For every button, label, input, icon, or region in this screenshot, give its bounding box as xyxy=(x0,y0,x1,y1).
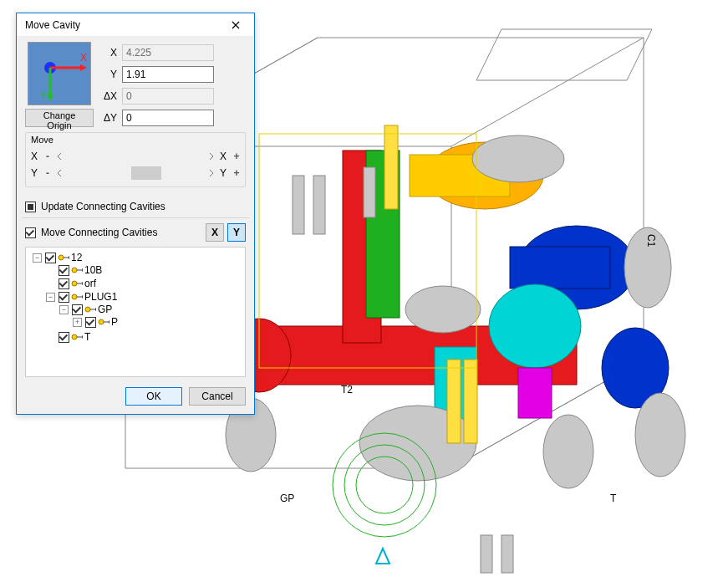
svg-point-16 xyxy=(489,284,581,368)
dy-label: ΔY xyxy=(102,112,122,124)
y-slider-track[interactable] xyxy=(68,166,203,180)
separator xyxy=(22,217,249,218)
tree-checkbox[interactable] xyxy=(59,292,69,303)
svg-marker-47 xyxy=(69,256,69,259)
svg-rect-18 xyxy=(518,368,552,418)
close-icon xyxy=(232,21,240,29)
x-decrement-button[interactable] xyxy=(54,151,64,162)
cavity-tree[interactable]: − 12 10B xyxy=(25,247,246,377)
tree-node-label: 12 xyxy=(71,252,82,263)
x-slider-label-r: X xyxy=(220,151,230,162)
axis-gizmo[interactable]: X Y xyxy=(28,42,91,105)
chevron-right-icon xyxy=(208,169,215,177)
tree-node-label: orf xyxy=(84,278,96,289)
cavity-icon xyxy=(71,333,83,341)
svg-marker-38 xyxy=(376,549,389,564)
dialog-title: Move Cavity xyxy=(25,19,80,31)
svg-rect-14 xyxy=(510,247,610,288)
svg-point-52 xyxy=(72,294,77,299)
move-connecting-checkbox[interactable] xyxy=(25,227,36,238)
svg-marker-59 xyxy=(82,335,83,339)
svg-point-46 xyxy=(59,255,64,260)
tree-checkbox[interactable] xyxy=(72,304,83,315)
svg-point-56 xyxy=(99,319,104,324)
move-group: Move X - X + Y - Y + xyxy=(25,132,246,187)
tree-expander[interactable]: − xyxy=(33,253,42,263)
svg-marker-51 xyxy=(82,282,83,285)
y-minus: - xyxy=(44,167,51,179)
svg-rect-29 xyxy=(384,125,398,209)
y-increment-button[interactable] xyxy=(206,167,216,179)
move-cavity-dialog: Move Cavity X Y Change Orig xyxy=(16,13,255,415)
tree-node-label: 10B xyxy=(84,264,102,276)
svg-point-20 xyxy=(635,393,685,477)
cancel-button[interactable]: Cancel xyxy=(189,387,246,406)
svg-marker-44 xyxy=(47,94,53,101)
ok-button[interactable]: OK xyxy=(125,387,182,406)
move-legend: Move xyxy=(31,135,240,145)
tree-expander[interactable]: − xyxy=(59,305,69,314)
chevron-right-icon xyxy=(208,152,215,161)
tree-checkbox[interactable] xyxy=(45,253,56,263)
x-slider-label: X xyxy=(31,151,41,162)
x-increment-button[interactable] xyxy=(206,151,216,162)
change-origin-button[interactable]: Change Origin xyxy=(25,109,94,127)
svg-marker-49 xyxy=(82,268,83,272)
x-input xyxy=(122,44,214,61)
y-input[interactable] xyxy=(122,66,214,83)
tree-expander[interactable]: + xyxy=(73,318,82,327)
chevron-left-icon xyxy=(56,152,63,161)
svg-point-54 xyxy=(85,307,90,312)
dx-input xyxy=(122,88,214,105)
svg-marker-41 xyxy=(80,64,87,71)
svg-marker-57 xyxy=(109,320,109,324)
cavity-icon xyxy=(98,318,109,326)
svg-marker-6 xyxy=(476,29,652,80)
svg-rect-28 xyxy=(364,167,375,217)
close-button[interactable] xyxy=(222,15,249,35)
tree-checkbox[interactable] xyxy=(59,278,69,289)
move-connecting-label: Move Connecting Cavities xyxy=(41,227,157,238)
tree-node-label: T xyxy=(84,331,90,343)
y-slider-thumb[interactable] xyxy=(131,166,161,180)
y-slider-label: Y xyxy=(31,167,41,179)
svg-rect-30 xyxy=(464,360,477,443)
dx-label: ΔX xyxy=(102,90,122,102)
x-minus: - xyxy=(44,151,51,162)
viewport-label-gp: GP xyxy=(280,493,294,504)
update-connecting-checkbox[interactable] xyxy=(25,202,36,212)
y-slider-label-r: Y xyxy=(220,167,230,179)
y-plus: + xyxy=(233,167,240,179)
x-plus: + xyxy=(233,151,240,162)
svg-point-50 xyxy=(72,281,77,286)
viewport-label-c1: C1 xyxy=(645,234,657,248)
cavity-icon xyxy=(71,293,83,301)
svg-point-25 xyxy=(472,135,564,182)
svg-rect-27 xyxy=(313,176,325,234)
axis-x-button[interactable]: X xyxy=(206,223,224,242)
dialog-titlebar[interactable]: Move Cavity xyxy=(17,13,254,37)
cavity-icon xyxy=(58,253,69,262)
tree-node-label: P xyxy=(111,316,118,328)
x-slider-track[interactable] xyxy=(68,150,203,163)
svg-point-48 xyxy=(72,268,77,273)
tree-node-label: GP xyxy=(98,304,112,315)
tree-node-label: PLUG1 xyxy=(84,291,117,303)
svg-text:X: X xyxy=(80,52,87,64)
svg-line-2 xyxy=(451,38,644,146)
tree-checkbox[interactable] xyxy=(85,317,96,328)
axis-y-button[interactable]: Y xyxy=(227,223,246,242)
tree-expander[interactable]: − xyxy=(46,293,55,302)
y-slider-row: Y - Y + xyxy=(31,166,240,180)
viewport-label-t: T xyxy=(610,493,617,504)
tree-checkbox[interactable] xyxy=(59,332,69,343)
svg-point-58 xyxy=(72,334,77,339)
svg-rect-37 xyxy=(501,535,513,573)
viewport-label-t2: T2 xyxy=(341,384,353,396)
dy-input[interactable] xyxy=(122,110,214,126)
y-decrement-button[interactable] xyxy=(54,167,64,179)
cavity-icon xyxy=(71,279,83,288)
tree-checkbox[interactable] xyxy=(59,265,69,276)
chevron-left-icon xyxy=(56,169,63,177)
x-label: X xyxy=(102,47,122,59)
